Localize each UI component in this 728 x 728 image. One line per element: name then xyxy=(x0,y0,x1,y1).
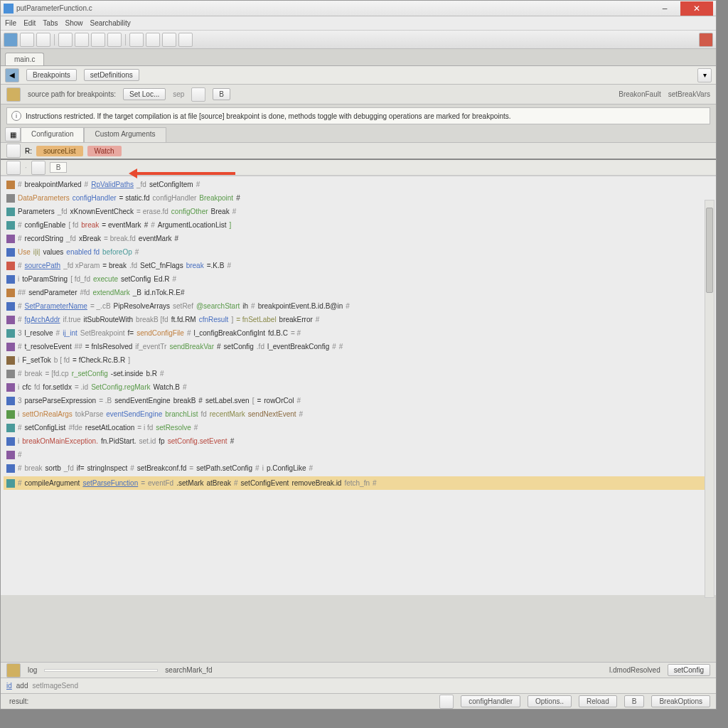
folder-icon[interactable] xyxy=(6,87,21,102)
tab-custom-arguments[interactable]: Custom Arguments xyxy=(84,127,166,142)
navtab-breakpoints[interactable]: Breakpoints xyxy=(26,69,77,81)
path-right-b[interactable]: setBreakVars xyxy=(668,90,710,98)
footer-config-button[interactable]: configHandler xyxy=(461,695,520,707)
minimize-button[interactable]: – xyxy=(651,1,679,16)
code-line[interactable]: isettOnRealArgstokParseeventSendEnginebr… xyxy=(6,409,710,419)
code-line[interactable]: #setConfigList#fderesetAtLocation= i fds… xyxy=(6,422,710,433)
code-token: = fnSetLabel xyxy=(236,314,276,325)
navtab-definitions[interactable]: setDefinitions xyxy=(84,69,139,81)
chip-watch[interactable]: Watch xyxy=(87,146,122,156)
line-marker-icon xyxy=(6,343,15,351)
code-line[interactable]: iF_setTokb [ fd= fCheck.Rc.B.R] xyxy=(6,355,710,365)
code-line[interactable]: #breakpointMarked#RpValidPaths_fdsetConf… xyxy=(6,179,710,190)
code-line[interactable]: #SetParameterName= _.cBPipResolveArrayss… xyxy=(6,301,710,311)
code-token: # xyxy=(18,463,22,473)
line-marker-icon xyxy=(6,221,15,230)
footer-icon[interactable] xyxy=(439,695,454,709)
code-line[interactable]: # xyxy=(6,449,710,460)
footer-options-button[interactable]: Options.. xyxy=(528,695,572,707)
code-line[interactable]: #recordString_fdxBreak= break.fdeventMar… xyxy=(6,233,710,244)
code-token: _fd xyxy=(58,206,68,217)
code-line[interactable]: DataParametersconfigHandler= static.fdco… xyxy=(6,193,710,203)
close-button[interactable]: ✕ xyxy=(680,1,713,16)
menu-edit[interactable]: Edit xyxy=(23,19,36,27)
new-icon[interactable] xyxy=(4,33,18,47)
cart-icon[interactable] xyxy=(699,33,713,47)
path-right-a[interactable]: BreakonFault xyxy=(619,90,660,98)
menu-file[interactable]: File xyxy=(5,19,16,27)
list-icon[interactable]: ▦ xyxy=(5,127,21,141)
tab-main[interactable]: main.c xyxy=(5,53,44,65)
code-token: enabled fd xyxy=(66,247,100,257)
bottom-send[interactable]: setImageSend xyxy=(32,682,78,690)
code-token: ij_int xyxy=(63,328,77,338)
scrollbar[interactable] xyxy=(705,200,714,598)
code-line[interactable]: 3l_resolve#ij_intSetBreakpointf=sendConf… xyxy=(6,328,710,338)
code-line[interactable]: #configEnable[ fdbreak= eventMark##Argum… xyxy=(6,220,710,230)
footer-break-button[interactable]: BreakOptions xyxy=(651,695,710,707)
code-token: i xyxy=(18,409,19,419)
path-b-button[interactable]: B xyxy=(213,88,230,100)
menu-tabs[interactable]: Tabs xyxy=(43,19,58,27)
code-editor[interactable]: #breakpointMarked#RpValidPaths_fdsetConf… xyxy=(1,176,716,595)
bottom-add[interactable]: add xyxy=(16,682,28,690)
code-token: SetC_fnFlags xyxy=(140,260,183,271)
code-line[interactable]: icfcfdfor.setIdx= .idSetConfig.regMarkWa… xyxy=(6,382,710,392)
code-token: # xyxy=(251,301,255,311)
save-icon[interactable] xyxy=(36,33,50,47)
menu-search[interactable]: Searchability xyxy=(90,19,131,27)
refresh-icon[interactable] xyxy=(178,33,193,47)
code-line[interactable]: #sourcePath_fd xParam= break.fdSetC_fnFl… xyxy=(6,260,710,271)
status-field-a[interactable] xyxy=(44,669,158,672)
code-line[interactable]: ibreakOnMainException.fn.PidStart.set.id… xyxy=(6,436,710,446)
code-line[interactable]: #fgArchAddrif.trueitSubRouteWithbreakB [… xyxy=(6,314,710,325)
code-token: i|i| xyxy=(33,247,41,257)
paste-icon[interactable] xyxy=(107,33,122,47)
code-token: # xyxy=(172,274,176,284)
code-line[interactable]: ##sendParameter#fdextendMark_Bid.nTok.R.… xyxy=(6,287,710,298)
code-line[interactable]: #break= [fd.cpr_setConfig-set.insideb.R# xyxy=(6,368,710,379)
open-icon[interactable] xyxy=(20,33,34,47)
code-token: configHandler xyxy=(73,193,117,203)
dropdown-icon[interactable]: ▾ xyxy=(697,68,712,82)
small-icon-b[interactable] xyxy=(31,161,46,175)
code-line[interactable]: itoParamString[ fd_fdexecutesetConfigEd.… xyxy=(6,274,710,284)
code-line[interactable]: #breaksortb_fdif=stringInspect#setBreakc… xyxy=(6,463,710,473)
cut-icon[interactable] xyxy=(75,33,89,47)
status-config-button[interactable]: setConfig xyxy=(668,664,710,676)
back-icon[interactable]: ◀ xyxy=(5,68,19,82)
chip-sourcelist[interactable]: sourceList xyxy=(36,146,83,156)
bottom-id[interactable]: id xyxy=(6,682,12,690)
info-banner: i Instructions restricted. If the target… xyxy=(6,107,710,124)
footer-reload-button[interactable]: Reload xyxy=(579,695,617,707)
code-line[interactable]: #t_resolveEvent##= fnIsResolvedif_eventT… xyxy=(6,341,710,352)
code-line[interactable]: Usei|i|valuesenabled fdbeforeOp# xyxy=(6,247,710,257)
undo-icon[interactable] xyxy=(129,33,144,47)
menu-show[interactable]: Show xyxy=(65,19,82,27)
code-token: = fnIsResolved xyxy=(85,341,132,352)
footer-label: result: xyxy=(9,697,28,705)
scrollbar-thumb[interactable] xyxy=(706,208,713,293)
print-icon[interactable] xyxy=(58,33,73,47)
code-token: _fd xParam xyxy=(63,260,100,271)
code-token: eventFd xyxy=(148,478,173,488)
tab-configuration[interactable]: Configuration xyxy=(21,127,84,142)
line-marker-icon xyxy=(6,275,15,284)
code-token: # xyxy=(18,314,22,325)
footer-b-button[interactable]: B xyxy=(624,695,645,707)
code-token: setConfig xyxy=(121,274,151,284)
code-token: # xyxy=(316,314,320,325)
find-icon[interactable] xyxy=(162,33,176,47)
gear-icon[interactable] xyxy=(191,87,205,102)
filter-icon[interactable] xyxy=(6,144,21,158)
code-token: @searchStart xyxy=(196,301,240,311)
small-icon-a[interactable] xyxy=(6,161,21,175)
code-line[interactable]: Parameters_fdxKnownEventCheck= erase.fdc… xyxy=(6,206,710,217)
status-icon[interactable] xyxy=(6,663,21,678)
code-line[interactable]: #compileArgumentsetParseFunction= eventF… xyxy=(4,476,713,490)
code-line[interactable]: 3parseParseExpression= .BsendEventEngine… xyxy=(6,395,710,406)
set-location-button[interactable]: Set Loc... xyxy=(123,88,166,100)
redo-icon[interactable] xyxy=(146,33,160,47)
copy-icon[interactable] xyxy=(91,33,105,47)
small-field[interactable]: B xyxy=(50,162,68,173)
